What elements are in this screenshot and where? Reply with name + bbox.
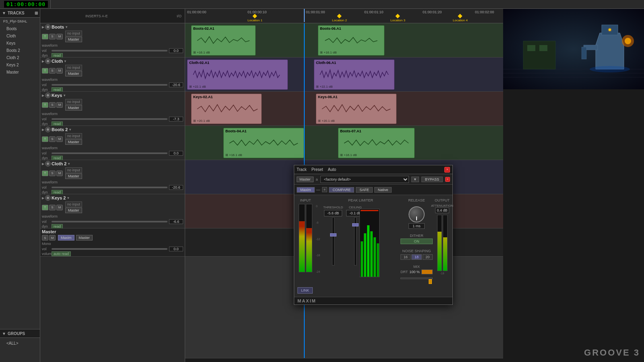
cloth-insert[interactable]: no input xyxy=(65,65,82,70)
clip-boots-07[interactable]: Boots-07.A1 ⊞ +16.1 dB xyxy=(338,128,415,158)
threshold-value[interactable]: -5.6 dB xyxy=(324,210,342,216)
master-maxim-insert[interactable]: Maxim xyxy=(58,235,74,241)
plugin-bypass-btn[interactable]: BYPASS xyxy=(421,177,443,182)
track-list-item-boots[interactable]: Boots xyxy=(0,25,40,32)
track-list-item-boots2[interactable]: Boots 2 xyxy=(0,47,40,54)
plugin-compare-btn[interactable]: COMPARE xyxy=(329,187,354,193)
clip-cloth-06[interactable]: Cloth-06.A1 ⊞ +22.1 dB xyxy=(314,60,394,90)
clip-boots-04[interactable]: Boots-04.A1 ⊞ +16.1 dB xyxy=(223,128,304,158)
keys-rec-btn[interactable] xyxy=(45,93,51,98)
boots-dropdown-icon[interactable]: ▼ xyxy=(65,25,68,29)
keys-insert[interactable]: no input xyxy=(65,99,82,105)
cloth2-m-btn[interactable]: M xyxy=(56,171,63,176)
plugin-safe-btn[interactable]: SAFE xyxy=(356,187,373,193)
master-vol-fader[interactable] xyxy=(52,248,167,250)
cloth2-insert[interactable]: no input xyxy=(65,167,82,173)
master-master-btn[interactable]: Master xyxy=(76,235,93,241)
track-list-item-fsplyr[interactable]: FS_Plyr-SMAL xyxy=(0,18,40,25)
boots2-s-btn[interactable]: S xyxy=(49,136,56,142)
keys2-insert[interactable]: no input xyxy=(65,202,82,207)
boots-m-btn[interactable]: M xyxy=(56,34,63,39)
boots2-rec-btn[interactable] xyxy=(45,127,51,132)
track-list-item-cloth[interactable]: Cloth xyxy=(0,32,40,39)
boots-t-btn[interactable]: T xyxy=(42,34,48,39)
cloth2-master-btn[interactable]: Master xyxy=(65,173,82,179)
boots2-master-btn[interactable]: Master xyxy=(65,139,82,145)
cloth-vol-fader[interactable] xyxy=(52,84,167,86)
threshold-handle[interactable] xyxy=(330,233,336,237)
ns-20-btn[interactable]: 20 xyxy=(423,254,433,260)
track-list-item-keys2[interactable]: Keys 2 xyxy=(0,61,40,68)
boots-master-btn[interactable]: Master xyxy=(65,37,82,42)
plugin-x-btn[interactable]: ✕ xyxy=(445,177,450,182)
plugin-preset-select[interactable]: <factory default> xyxy=(320,176,409,183)
boots-vol-fader[interactable] xyxy=(52,50,167,51)
clip-boots-02[interactable]: Boots-02.A1 ⊞ +16.1 dB xyxy=(191,25,256,56)
group-all[interactable]: <ALL> xyxy=(3,339,37,347)
drt-bar[interactable] xyxy=(421,269,433,274)
master-m-btn[interactable]: M xyxy=(49,235,56,241)
track-list-item-master[interactable]: Master xyxy=(0,68,40,76)
master-auto-read-btn[interactable]: auto read xyxy=(52,251,71,256)
keys2-master-btn[interactable]: Master xyxy=(65,208,82,213)
release-value[interactable]: 1 ms xyxy=(409,223,425,229)
boots-rec-btn[interactable] xyxy=(45,24,51,30)
boots-s-btn[interactable]: S xyxy=(49,34,56,39)
ns-16-btn[interactable]: 16 xyxy=(400,254,411,260)
plugin-native-btn[interactable]: Native xyxy=(374,187,392,193)
cloth-t-btn[interactable]: T xyxy=(42,68,48,74)
cloth2-rec-btn[interactable] xyxy=(45,161,51,167)
boots2-vol-fader[interactable] xyxy=(52,152,167,154)
cloth2-t-btn[interactable]: T xyxy=(42,171,48,176)
tracks-expand-icon[interactable]: ⊞ xyxy=(35,11,38,15)
ceiling-handle[interactable] xyxy=(352,223,359,226)
track-list-item-keys[interactable]: Keys xyxy=(0,39,40,47)
top-bar: 01:00:00:00 xyxy=(0,0,644,9)
cloth2-s-btn[interactable]: S xyxy=(49,171,56,176)
track-list-item-cloth2[interactable]: Cloth 2 xyxy=(0,54,40,61)
plugin-close-btn[interactable]: ✕ xyxy=(444,167,450,173)
plugin-master-btn[interactable]: Master xyxy=(297,177,314,182)
plus-btn[interactable]: + xyxy=(322,187,328,192)
keys-t-btn[interactable]: T xyxy=(42,102,48,108)
cloth-s-btn[interactable]: S xyxy=(49,68,56,74)
mix-fader-handle[interactable] xyxy=(429,279,432,284)
clip-keys-06[interactable]: Keys-06.A1 ⊞ +20.1 dB xyxy=(316,94,396,124)
link-btn[interactable]: LINK xyxy=(297,287,313,294)
release-knob[interactable] xyxy=(409,206,425,222)
cloth-master-btn[interactable]: Master xyxy=(65,71,82,76)
keys-master-btn[interactable]: Master xyxy=(65,105,82,111)
keys-dropdown-icon[interactable]: ▼ xyxy=(63,94,66,97)
cloth-rec-btn[interactable] xyxy=(45,58,51,64)
keys-vol-fader[interactable] xyxy=(52,118,167,120)
plugin-preset-arrow[interactable]: ▼ xyxy=(411,177,419,182)
boots2-dropdown-icon[interactable]: ▼ xyxy=(68,128,72,132)
threshold-fader[interactable] xyxy=(332,217,334,265)
keys-m-btn[interactable]: M xyxy=(56,102,63,108)
clip-boots-06[interactable]: Boots-06.A1 ⊞ +16.1 dB xyxy=(318,25,384,56)
boots2-t-btn[interactable]: T xyxy=(42,136,48,142)
timeline-scrollbar[interactable] xyxy=(185,358,503,362)
cloth2-dropdown-icon[interactable]: ▼ xyxy=(67,162,70,166)
clip-keys-02[interactable]: Keys-02.A1 ⊞ +20.1 dB xyxy=(191,94,262,124)
boots2-insert[interactable]: no input xyxy=(65,133,82,139)
keys2-m-btn[interactable]: M xyxy=(56,205,63,210)
keys2-rec-btn[interactable] xyxy=(45,195,51,201)
keys2-dropdown-icon[interactable]: ▼ xyxy=(66,196,70,200)
master-s-btn[interactable]: S xyxy=(42,235,48,241)
keys2-vol-fader[interactable] xyxy=(52,221,167,222)
dither-on-btn[interactable]: ON xyxy=(400,239,433,244)
keys2-s-btn[interactable]: S xyxy=(49,205,56,210)
clip-cloth-02[interactable]: Cloth-02.A1 ⊞ +22.1 dB xyxy=(187,60,288,90)
cloth2-vol-fader[interactable] xyxy=(52,187,167,188)
cloth-dropdown-icon[interactable]: ▼ xyxy=(64,60,67,63)
keys-s-btn[interactable]: S xyxy=(49,102,56,108)
plugin-maxim-btn[interactable]: Maxim xyxy=(297,187,315,193)
ns-18-btn[interactable]: 18 xyxy=(411,254,421,260)
minus-btn[interactable]: — xyxy=(316,187,320,192)
boots2-m-btn[interactable]: M xyxy=(56,136,63,142)
boots-insert[interactable]: no input xyxy=(65,31,82,36)
cloth-m-btn[interactable]: M xyxy=(56,68,63,74)
ceiling-fader[interactable] xyxy=(354,217,357,265)
keys2-t-btn[interactable]: T xyxy=(42,205,48,210)
